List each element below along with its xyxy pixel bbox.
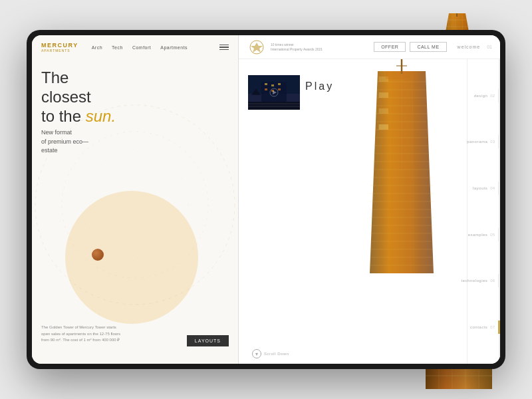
section-nav-technologies[interactable]: technologies 06 xyxy=(467,279,500,283)
scroll-arrow-icon: ▾ xyxy=(252,349,261,358)
hero-title-line2: closest xyxy=(41,88,91,106)
section-line-contacts xyxy=(498,321,500,334)
nav-arch[interactable]: Arch xyxy=(92,45,102,50)
building-svg xyxy=(348,59,455,299)
hero-subtitle-line3: estate xyxy=(41,147,58,154)
section-line-technologies xyxy=(498,274,500,287)
award-winner: 10 times winner xyxy=(271,43,323,47)
section-num-design: 02 xyxy=(490,94,495,98)
section-label-layouts: layouts xyxy=(473,186,488,190)
video-thumbnail[interactable] xyxy=(248,75,300,110)
svg-rect-76 xyxy=(265,88,267,90)
call-button[interactable]: CALL ME xyxy=(410,42,446,52)
section-num-panorama: 03 xyxy=(490,140,495,144)
section-label-contacts: contacts xyxy=(470,325,487,329)
svg-rect-74 xyxy=(271,84,274,86)
bottom-description: The Golden Tower of Mercury Tower starts… xyxy=(41,325,121,344)
nav-apartments[interactable]: Apartments xyxy=(160,45,188,50)
section-label-design: design xyxy=(474,94,488,98)
section-label-technologies: technologies xyxy=(462,279,488,283)
building-illustration xyxy=(272,59,467,364)
svg-rect-68 xyxy=(378,124,388,130)
award-logo xyxy=(247,37,267,57)
section-nav-contacts[interactable]: contacts 07 xyxy=(467,325,500,329)
award-text: 10 times winner International Property A… xyxy=(271,43,323,52)
nav-border xyxy=(499,59,500,364)
section-num-contacts: 07 xyxy=(490,325,495,329)
section-nav-panorama[interactable]: panorama 03 xyxy=(467,140,500,144)
section-num-technologies: 06 xyxy=(490,279,495,283)
nav-bar: MERCURY APARTMENTS Arch Tech Comfort Apa… xyxy=(32,35,238,59)
hero-title: The closest to the sun. xyxy=(41,68,116,126)
svg-rect-66 xyxy=(378,92,388,98)
section-num-layouts: 04 xyxy=(490,186,495,190)
logo-subtext: APARTMENTS xyxy=(41,49,78,53)
welcome-text: welcome xyxy=(458,45,481,49)
svg-marker-34 xyxy=(251,43,263,53)
nav-links: Arch Tech Comfort Apartments xyxy=(92,45,188,50)
play-label[interactable]: Play xyxy=(305,80,334,92)
offer-button[interactable]: OFFER xyxy=(374,42,406,52)
section-num-examples: 05 xyxy=(490,233,495,237)
nav-tech[interactable]: Tech xyxy=(112,45,123,50)
logo-block: MERCURY APARTMENTS xyxy=(41,42,78,53)
nav-comfort[interactable]: Comfort xyxy=(132,45,151,50)
section-nav-layouts[interactable]: layouts 04 xyxy=(467,186,500,190)
hamburger-icon[interactable] xyxy=(219,45,229,51)
svg-rect-67 xyxy=(378,108,388,114)
award-title: International Property Awards 2021 xyxy=(271,47,323,52)
svg-rect-75 xyxy=(278,83,281,85)
svg-rect-80 xyxy=(248,102,300,110)
hero-title-line3: to the xyxy=(41,107,81,125)
svg-rect-69 xyxy=(386,71,418,79)
section-nav: design 02 panorama 03 layouts 04 example… xyxy=(467,59,500,364)
svg-rect-73 xyxy=(265,83,267,85)
svg-point-32 xyxy=(82,152,188,258)
layouts-button[interactable]: LAYOUTS xyxy=(187,335,229,346)
logo-text: MERCURY xyxy=(41,42,78,49)
right-header: 10 times winner International Property A… xyxy=(239,35,500,59)
section-label-panorama: panorama xyxy=(467,140,487,144)
section-nav-design[interactable]: design 02 xyxy=(467,94,500,98)
section-line-layouts xyxy=(498,182,500,195)
hero-subtitle: New format of premium eco— estate xyxy=(41,128,116,156)
tablet-screen: MERCURY APARTMENTS Arch Tech Comfort Apa… xyxy=(32,35,500,364)
section-line-design xyxy=(498,89,500,102)
section-label-examples: examples xyxy=(468,233,488,237)
hero-title-sun: sun. xyxy=(86,107,116,125)
section-line-panorama xyxy=(498,135,500,148)
hero-subtitle-line2: of premium eco— xyxy=(41,138,88,145)
hero-title-line1: The xyxy=(41,68,68,86)
video-thumb-svg xyxy=(248,75,300,110)
header-buttons: OFFER CALL ME welcome 01 xyxy=(374,42,492,52)
left-panel: MERCURY APARTMENTS Arch Tech Comfort Apa… xyxy=(32,35,238,364)
right-panel: 10 times winner International Property A… xyxy=(239,35,500,364)
section-nav-examples[interactable]: examples 05 xyxy=(467,233,500,237)
hero-subtitle-line1: New format xyxy=(41,129,72,136)
scroll-down-text: Scroll Down xyxy=(264,352,289,356)
section-line-examples xyxy=(498,228,500,241)
hero-text: The closest to the sun. New format of pr… xyxy=(41,68,116,156)
planet-decoration xyxy=(92,249,104,261)
scroll-down[interactable]: ▾ Scroll Down xyxy=(252,349,289,358)
svg-rect-78 xyxy=(278,88,281,90)
tablet-frame: MERCURY APARTMENTS Arch Tech Comfort Apa… xyxy=(27,30,505,369)
welcome-section-num: 01 xyxy=(487,45,492,49)
